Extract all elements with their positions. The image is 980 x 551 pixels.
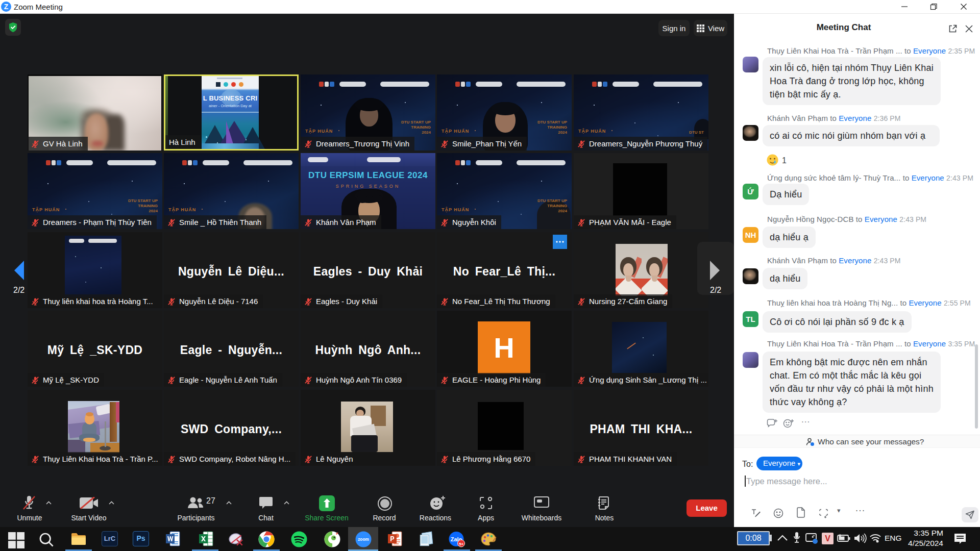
svg-text:5+: 5+ (459, 542, 463, 546)
svg-text:zoom: zoom (358, 537, 369, 542)
